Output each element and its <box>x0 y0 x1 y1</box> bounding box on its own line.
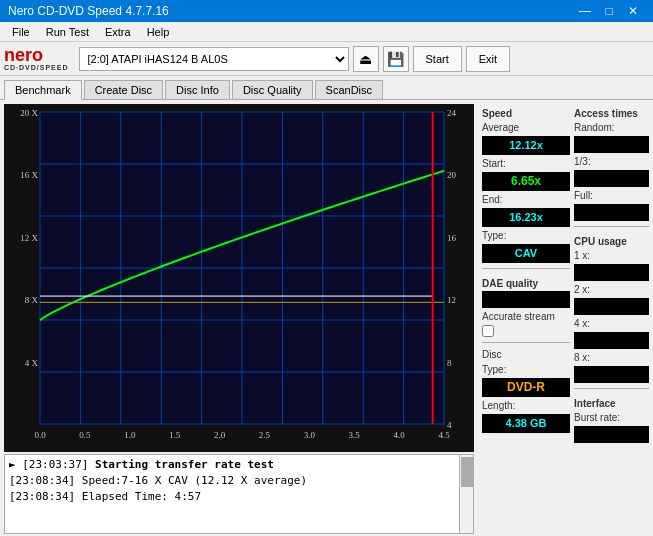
disc-type-label: Disc <box>482 348 570 361</box>
disc-length-label: Length: <box>482 399 570 412</box>
divider-2 <box>482 342 570 343</box>
type-value: CAV <box>482 244 570 263</box>
cpu-8x-label: 8 x: <box>574 351 649 364</box>
save-button[interactable]: 💾 <box>383 46 409 72</box>
tab-bar: Benchmark Create Disc Disc Info Disc Qua… <box>0 76 653 100</box>
speed-chart <box>4 104 474 452</box>
full-label: Full: <box>574 189 649 202</box>
cpu-4x-label: 4 x: <box>574 317 649 330</box>
log-scrollbar[interactable] <box>459 455 473 533</box>
divider-4 <box>574 388 649 389</box>
average-label: Average <box>482 121 570 134</box>
type-label: Type: <box>482 229 570 242</box>
log-time-0: ► [23:03:37] <box>9 458 88 471</box>
menu-runtest[interactable]: Run Test <box>38 24 97 40</box>
log-area: ► [23:03:37] Starting transfer rate test… <box>4 454 474 534</box>
burst-value <box>574 426 649 443</box>
log-line-0: ► [23:03:37] Starting transfer rate test <box>9 457 307 473</box>
access-section-title: Access times <box>574 108 649 119</box>
log-text-0: Starting transfer rate test <box>95 458 274 471</box>
menu-file[interactable]: File <box>4 24 38 40</box>
end-value: 16.23x <box>482 208 570 227</box>
cpu-2x-label: 2 x: <box>574 283 649 296</box>
menu-help[interactable]: Help <box>139 24 178 40</box>
random-value <box>574 136 649 153</box>
nero-logo: nero <box>4 46 69 64</box>
menu-extra[interactable]: Extra <box>97 24 139 40</box>
window-title: Nero CD-DVD Speed 4.7.7.16 <box>8 4 573 18</box>
chart-wrapper <box>4 104 474 452</box>
logo: nero CD·DVD/SPEED <box>4 46 69 71</box>
toolbar: nero CD·DVD/SPEED [2:0] ATAPI iHAS124 B … <box>0 42 653 76</box>
main-content: ► [23:03:37] Starting transfer rate test… <box>0 100 653 534</box>
speed-section-title: Speed <box>482 108 570 119</box>
accurate-checkbox[interactable] <box>482 325 494 337</box>
log-text-2: Elapsed Time: 4:57 <box>82 490 201 503</box>
tab-scandisc[interactable]: ScanDisc <box>315 80 383 99</box>
cpu-2x-value <box>574 298 649 315</box>
cpu-8x-value <box>574 366 649 383</box>
disc-type-value: DVD-R <box>482 378 570 397</box>
disc-length-value: 4.38 GB <box>482 414 570 433</box>
start-value: 6.65x <box>482 172 570 191</box>
info-col-right: Access times Random: 1/3: Full: CPU usag… <box>574 104 649 530</box>
random-label: Random: <box>574 121 649 134</box>
start-label: Start: <box>482 157 570 170</box>
nero-sub: CD·DVD/SPEED <box>4 64 69 71</box>
window-controls[interactable]: — □ ✕ <box>573 0 645 22</box>
divider-1 <box>482 268 570 269</box>
info-col-left: Speed Average 12.12x Start: 6.65x End: 1… <box>482 104 570 530</box>
maximize-button[interactable]: □ <box>597 0 621 22</box>
tab-benchmark[interactable]: Benchmark <box>4 80 82 100</box>
log-scroll-thumb[interactable] <box>461 457 473 487</box>
tab-discquality[interactable]: Disc Quality <box>232 80 313 99</box>
cpu-4x-value <box>574 332 649 349</box>
eject-button[interactable]: ⏏ <box>353 46 379 72</box>
exit-button[interactable]: Exit <box>466 46 510 72</box>
dae-section-title: DAE quality <box>482 278 570 289</box>
close-button[interactable]: ✕ <box>621 0 645 22</box>
right-panel: Speed Average 12.12x Start: 6.65x End: 1… <box>478 100 653 534</box>
log-content: ► [23:03:37] Starting transfer rate test… <box>5 455 311 533</box>
cpu-1x-label: 1 x: <box>574 249 649 262</box>
log-text-1: Speed:7-16 X CAV (12.12 X average) <box>82 474 307 487</box>
log-line-1: [23:08:34] Speed:7-16 X CAV (12.12 X ave… <box>9 473 307 489</box>
full-value <box>574 204 649 221</box>
tab-discinfo[interactable]: Disc Info <box>165 80 230 99</box>
burst-label: Burst rate: <box>574 411 649 424</box>
cpu-section-title: CPU usage <box>574 236 649 247</box>
end-label: End: <box>482 193 570 206</box>
minimize-button[interactable]: — <box>573 0 597 22</box>
log-line-2: [23:08:34] Elapsed Time: 4:57 <box>9 489 307 505</box>
chart-area: ► [23:03:37] Starting transfer rate test… <box>0 100 478 534</box>
tab-createdisc[interactable]: Create Disc <box>84 80 163 99</box>
log-time-2: [23:08:34] <box>9 490 75 503</box>
onethird-value <box>574 170 649 187</box>
cpu-1x-value <box>574 264 649 281</box>
average-value: 12.12x <box>482 136 570 155</box>
accurate-row <box>482 325 570 337</box>
divider-3 <box>574 226 649 227</box>
onethird-label: 1/3: <box>574 155 649 168</box>
accurate-label: Accurate stream <box>482 310 570 323</box>
start-button[interactable]: Start <box>413 46 462 72</box>
menu-bar: File Run Test Extra Help <box>0 22 653 42</box>
disc-type-sublabel: Type: <box>482 363 570 376</box>
drive-selector[interactable]: [2:0] ATAPI iHAS124 B AL0S <box>79 47 349 71</box>
title-bar: Nero CD-DVD Speed 4.7.7.16 — □ ✕ <box>0 0 653 22</box>
dae-value <box>482 291 570 308</box>
log-time-1: [23:08:34] <box>9 474 75 487</box>
interface-section-title: Interface <box>574 398 649 409</box>
